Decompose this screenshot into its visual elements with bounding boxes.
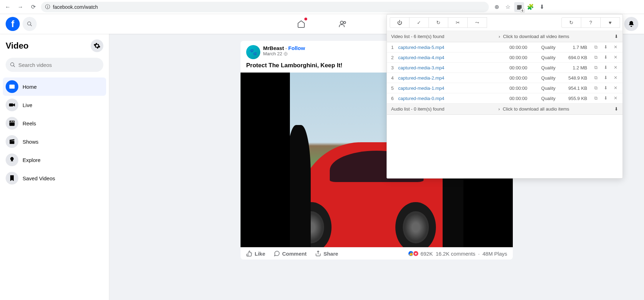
audio-list-label: Audio list - 0 item(s) found [391, 106, 444, 112]
settings-button[interactable] [91, 39, 103, 52]
video-item-row: 4captured-media-2.mp400:00:00Quality548.… [387, 73, 622, 83]
svg-point-4 [11, 63, 14, 66]
audio-list [387, 115, 622, 178]
scissors-button[interactable]: ✂ [448, 17, 468, 28]
merge-button[interactable]: ⤳ [467, 17, 487, 28]
download-icon[interactable]: ⬇ [603, 75, 608, 81]
item-size: 694.0 KB [555, 55, 587, 60]
download-icon[interactable]: ⬇ [603, 65, 608, 70]
address-bar[interactable]: ⓘ facebook.com/watch [41, 2, 489, 12]
extension-count: 6 [520, 8, 525, 13]
copy-icon[interactable]: ⧉ [593, 85, 599, 91]
back-button[interactable]: ← [3, 2, 13, 12]
video-item-row: 2captured-media-4.mp400:00:00Quality694.… [387, 52, 622, 63]
item-filename[interactable]: captured-media-3.mp4 [398, 65, 499, 70]
bookmark-star-icon[interactable]: ☆ [503, 2, 513, 12]
url-text: facebook.com/watch [53, 4, 98, 10]
rocket-icon [6, 154, 18, 166]
fb-search-button[interactable] [23, 17, 37, 31]
close-icon[interactable]: ✕ [613, 95, 618, 101]
author-avatar[interactable]: 🐾 [246, 45, 260, 59]
download-all-video-icon[interactable]: ⬇ [572, 34, 618, 39]
sidebar-item-label: Explore [23, 157, 41, 163]
install-icon[interactable]: ⊕ [492, 2, 502, 12]
follow-link[interactable]: Follow [288, 45, 305, 51]
download-icon[interactable]: ⬇ [603, 44, 608, 50]
item-duration: 00:00:00 [499, 86, 527, 91]
sidebar-search[interactable] [6, 58, 103, 72]
item-filename[interactable]: captured-media-2.mp4 [398, 75, 499, 81]
download-all-audio[interactable]: Click to download all audio items [503, 106, 569, 112]
item-filename[interactable]: captured-media-4.mp4 [398, 55, 499, 60]
sidebar-item-live[interactable]: Live [3, 96, 106, 114]
item-size: 1.2 MB [555, 65, 587, 70]
facebook-logo[interactable]: f [6, 17, 20, 31]
popup-toolbar: ⏻ ✓ ↻ ✂ ⤳ ↻ ? ♥ [387, 14, 622, 31]
close-icon[interactable]: ✕ [613, 85, 618, 91]
extensions-icon[interactable]: 🧩 [525, 2, 535, 12]
sidebar-item-saved-videos[interactable]: Saved Videos [3, 169, 106, 187]
help-button[interactable]: ? [581, 17, 601, 28]
notifications-button[interactable] [624, 17, 638, 31]
like-button[interactable]: Like [246, 250, 265, 257]
tab-home[interactable] [282, 14, 321, 34]
search-icon [10, 62, 16, 68]
download-all-audio-icon[interactable]: ⬇ [572, 106, 618, 112]
refresh-button[interactable]: ↻ [429, 17, 448, 28]
reactions[interactable]: 👍 ♥ [408, 250, 418, 257]
download-icon[interactable]: ⬇ [603, 95, 608, 101]
forward-button[interactable]: → [16, 2, 25, 12]
extension-badge[interactable]: ▦ 6 [514, 2, 524, 12]
friends-icon [339, 20, 347, 28]
item-duration: 00:00:00 [499, 45, 527, 50]
svg-point-2 [340, 21, 343, 24]
download-icon[interactable]: ⬇ [603, 55, 608, 60]
downloads-icon[interactable]: ⬇ [537, 2, 547, 12]
play-icon [6, 80, 18, 93]
globe-icon [284, 52, 288, 56]
sidebar-item-shows[interactable]: Shows [3, 132, 106, 151]
sidebar-item-reels[interactable]: Reels [3, 114, 106, 132]
post-date[interactable]: March 22 [263, 51, 282, 56]
item-duration: 00:00:00 [499, 65, 527, 70]
download-all-video[interactable]: Click to download all video items [503, 34, 569, 39]
close-icon[interactable]: ✕ [613, 65, 618, 70]
close-icon[interactable]: ✕ [613, 44, 618, 50]
item-filename[interactable]: captured-media-0.mp4 [398, 96, 499, 101]
item-index: 3 [391, 65, 398, 70]
close-icon[interactable]: ✕ [613, 55, 618, 60]
power-button[interactable]: ⏻ [390, 17, 409, 28]
love-reaction-icon: ♥ [413, 250, 419, 257]
heart-button[interactable]: ♥ [600, 17, 620, 28]
sidebar-title: Video [6, 41, 29, 51]
video-list-header: Video list - 6 item(s) found › Click to … [387, 31, 622, 42]
tab-friends[interactable] [323, 14, 362, 34]
share-button[interactable]: Share [315, 250, 338, 257]
home-icon [297, 20, 305, 28]
site-info-icon[interactable]: ⓘ [45, 4, 50, 10]
sidebar-item-home[interactable]: Home [3, 77, 106, 96]
reload-list-button[interactable]: ↻ [561, 17, 581, 28]
comment-count[interactable]: 16.2K comments [436, 251, 475, 257]
close-icon[interactable]: ✕ [613, 75, 618, 81]
author-name[interactable]: MrBeast [263, 45, 284, 51]
sidebar-item-explore[interactable]: Explore [3, 151, 106, 169]
reaction-count[interactable]: 692K [420, 251, 433, 257]
comment-button[interactable]: Comment [274, 250, 306, 257]
download-icon[interactable]: ⬇ [603, 85, 608, 91]
copy-icon[interactable]: ⧉ [593, 95, 599, 101]
sidebar-item-label: Live [23, 102, 32, 108]
post-actions: Like Comment Share 👍 ♥ 692K 16.2K com [241, 247, 513, 260]
svg-marker-9 [13, 104, 15, 106]
reload-button[interactable]: ⟳ [28, 2, 38, 12]
sidebar-search-input[interactable] [18, 62, 99, 68]
item-filename[interactable]: captured-media-5.mp4 [398, 45, 499, 50]
item-index: 2 [391, 55, 398, 60]
check-button[interactable]: ✓ [409, 17, 429, 28]
copy-icon[interactable]: ⧉ [593, 44, 599, 50]
copy-icon[interactable]: ⧉ [593, 55, 599, 60]
copy-icon[interactable]: ⧉ [593, 65, 599, 70]
svg-line-5 [13, 65, 15, 67]
copy-icon[interactable]: ⧉ [593, 75, 599, 81]
item-filename[interactable]: captured-media-1.mp4 [398, 86, 499, 91]
